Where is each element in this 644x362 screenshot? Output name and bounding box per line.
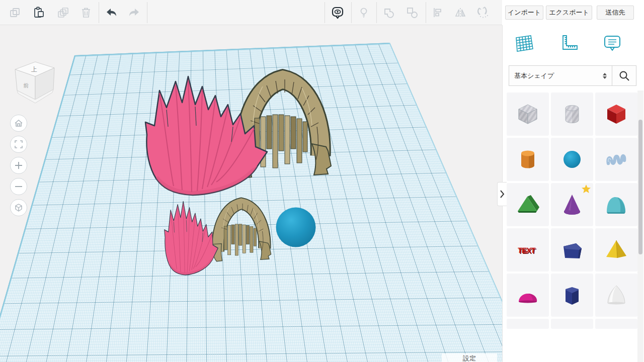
toolbar-separator	[147, 2, 147, 23]
model-sphere[interactable]	[276, 208, 316, 247]
delete-button[interactable]	[76, 4, 96, 22]
export-label: エクスポート	[549, 8, 589, 17]
shape-tile-paraboloid[interactable]	[595, 274, 637, 317]
shape-tile-scribble[interactable]	[595, 138, 637, 181]
zoom-out-button[interactable]	[10, 178, 27, 195]
toolbar-separator	[426, 2, 426, 23]
shape-tile-grid: TEXT TEXT	[507, 93, 638, 362]
shape-tile-dome[interactable]	[595, 183, 637, 226]
workplane-tool-button[interactable]	[511, 31, 537, 57]
shape-tile-metallic-cylinder[interactable]	[551, 93, 593, 136]
grid-settings-label: 設定	[463, 354, 476, 362]
paste-icon	[32, 6, 45, 19]
send-to-label: 送信先	[606, 8, 625, 17]
shape-tile-partial[interactable]	[507, 319, 549, 329]
workplane-magnet-button[interactable]	[473, 4, 492, 22]
group-button[interactable]	[379, 4, 398, 22]
home-view-button[interactable]	[10, 115, 27, 132]
home-icon	[14, 118, 24, 128]
shape-tile-cylinder[interactable]	[507, 138, 549, 181]
shape-category-select[interactable]: 基本シェイプ	[509, 65, 612, 86]
show-all-button[interactable]	[328, 4, 347, 22]
zoom-in-icon	[14, 160, 24, 170]
export-button[interactable]: エクスポート	[546, 6, 592, 20]
light-button[interactable]	[354, 4, 373, 22]
mirror-button[interactable]	[451, 4, 470, 22]
undo-button[interactable]	[102, 4, 121, 22]
view-cube-top-label: 上	[31, 66, 37, 73]
sidebar-scrollbar-track[interactable]	[637, 90, 643, 362]
perspective-toggle-button[interactable]	[10, 199, 27, 216]
group-icon	[382, 6, 395, 19]
notes-icon	[601, 33, 623, 55]
shape-tile-roof[interactable]	[507, 183, 549, 226]
shape-tile-polygon[interactable]	[551, 228, 593, 272]
shape-search-button[interactable]	[612, 65, 636, 86]
zoom-out-icon	[14, 182, 24, 192]
shape-tile-sphere[interactable]	[551, 138, 593, 181]
duplicate-button[interactable]	[53, 4, 72, 22]
ruler-icon	[557, 33, 579, 55]
show-all-eye-icon	[331, 6, 345, 20]
sidebar-collapse-handle[interactable]	[497, 182, 507, 206]
notes-tool-button[interactable]	[599, 31, 625, 57]
zoom-in-button[interactable]	[10, 157, 27, 174]
redo-icon	[127, 6, 141, 19]
sidebar-scrollbar-thumb[interactable]	[638, 120, 642, 254]
text-tile-label: TEXT	[517, 246, 536, 254]
ungroup-icon	[406, 6, 419, 19]
featured-star-icon	[581, 184, 591, 196]
duplicate-icon	[56, 6, 69, 19]
lightbulb-icon	[357, 6, 370, 19]
fit-view-button[interactable]	[10, 136, 27, 153]
copy-icon	[8, 6, 21, 19]
magnet-icon	[475, 6, 490, 20]
toolbar-separator	[99, 2, 99, 23]
shape-tile-partial[interactable]	[551, 319, 593, 329]
align-icon	[431, 6, 444, 19]
grid-settings-button[interactable]: 設定	[442, 353, 497, 362]
shape-tile-cone[interactable]	[551, 183, 593, 226]
top-right-actions: インポート エクスポート 送信先	[502, 0, 644, 25]
import-button[interactable]: インポート	[505, 6, 543, 20]
mirror-icon	[454, 6, 467, 19]
shape-tile-metallic-box[interactable]	[507, 93, 549, 136]
chevron-right-icon	[499, 189, 505, 199]
shape-tile-partial[interactable]	[595, 319, 637, 329]
redo-button[interactable]	[125, 4, 144, 22]
viewport-3d[interactable]: 上 前 設定 グリッドにスナップ 1.0 mm	[0, 25, 502, 362]
ruler-tool-button[interactable]	[555, 31, 581, 57]
shapes-sidebar: 基本シェイプ	[502, 25, 644, 362]
perspective-cube-icon	[14, 203, 24, 213]
ungroup-button[interactable]	[403, 4, 422, 22]
select-arrows-icon	[603, 73, 607, 79]
undo-icon	[104, 6, 118, 19]
main-toolbar	[0, 0, 502, 25]
send-to-button[interactable]: 送信先	[597, 6, 634, 20]
view-cube[interactable]: 上 前	[9, 54, 59, 110]
import-label: インポート	[508, 8, 541, 17]
workplane-canvas[interactable]	[0, 25, 502, 362]
shape-tile-hexagonal-prism[interactable]	[551, 274, 593, 317]
toolbar-separator	[325, 2, 325, 23]
paste-button[interactable]	[29, 4, 48, 22]
shape-tile-text[interactable]: TEXT TEXT	[507, 228, 549, 272]
copy-button[interactable]	[5, 4, 24, 22]
search-icon	[619, 70, 630, 81]
shape-category-value: 基本シェイプ	[514, 71, 554, 80]
toolbar-separator	[351, 2, 352, 23]
trash-icon	[79, 6, 93, 19]
align-button[interactable]	[428, 4, 447, 22]
shape-tile-pyramid[interactable]	[595, 228, 637, 272]
shape-tile-box[interactable]	[595, 93, 637, 136]
shape-tile-half-sphere[interactable]	[507, 274, 549, 317]
fit-view-icon	[14, 139, 24, 149]
view-cube-front-label: 前	[23, 82, 29, 88]
workplane-icon	[513, 33, 535, 55]
toolbar-separator	[376, 2, 377, 23]
